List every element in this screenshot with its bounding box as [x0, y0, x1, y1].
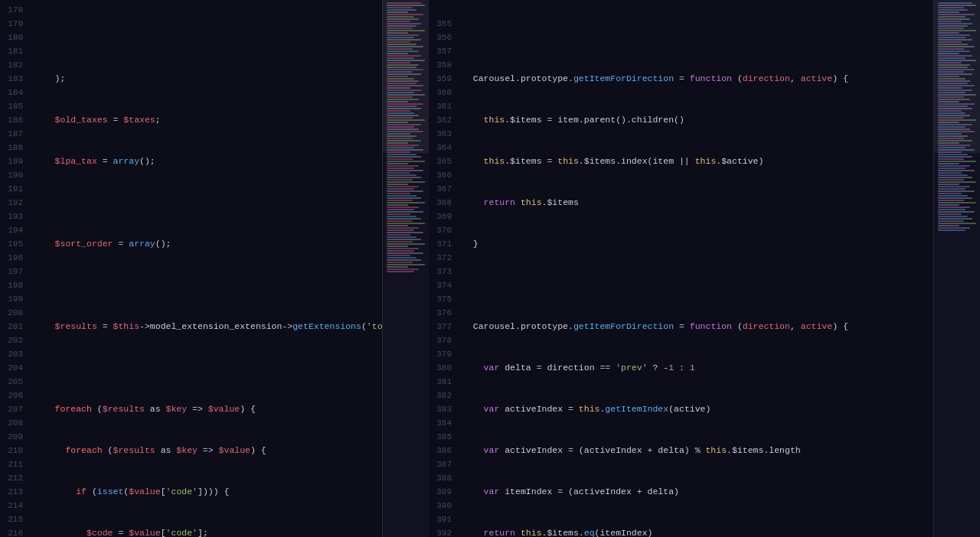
left-minimap[interactable]: [383, 0, 429, 537]
right-code-content[interactable]: Carousel.prototype.getItemForDirection =…: [456, 0, 933, 537]
right-line-numbers: 355 356 357 358 359 360 361 362 363 364 …: [429, 0, 456, 537]
right-minimap[interactable]: [934, 0, 980, 537]
left-code-area: 178 179 180 181 182 183 184 185 186 187 …: [0, 0, 382, 537]
left-line-numbers: 178 179 180 181 182 183 184 185 186 187 …: [0, 0, 28, 537]
right-code-area: 355 356 357 358 359 360 361 362 363 364 …: [429, 0, 933, 537]
editor-container: 178 179 180 181 182 183 184 185 186 187 …: [0, 0, 980, 537]
left-code-content[interactable]: ); $old_taxes = $taxes; $lpa_tax = array…: [28, 0, 382, 537]
right-panel: 355 356 357 358 359 360 361 362 363 364 …: [429, 0, 934, 537]
left-panel: 178 179 180 181 182 183 184 185 186 187 …: [0, 0, 383, 537]
